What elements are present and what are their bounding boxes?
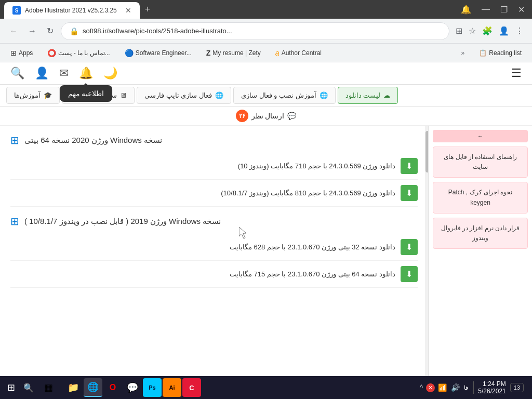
bookmark-resume[interactable]: Z My resume | Zety [202,47,265,59]
reading-list-button[interactable]: 📋 Reading list [475,47,526,59]
taskbar-search-button[interactable]: 🔍 [20,380,37,396]
tray-wifi-icon[interactable]: 📶 [437,382,448,393]
tab-install-label: آموزش نصب و فعال سازی [241,91,316,99]
bookmark-contact-label: تماس با ما - پست... [58,49,110,57]
tab-download-list-label: لیست دانلود [345,91,381,99]
download-item-win8: ⬇ دانلود ورژن 24.3.0.569 با حجم 810 مگاب… [10,180,418,207]
bookmark-author[interactable]: a Author Central [271,47,326,59]
start-button[interactable]: ⊞ [4,379,18,396]
taskbar-file-explorer[interactable]: 📁 [64,378,83,397]
extensions-button[interactable]: 🧩 [480,24,495,38]
tab-install-icon: 🌐 [320,91,328,99]
download-item-32bit: ⬇ دانلود نسخه 32 بیتی ورژن 23.1.0.670 با… [10,234,418,261]
taskbar-cisco[interactable]: C [182,378,201,397]
taskbar-whatsapp[interactable]: 💬 [123,378,142,397]
notification-count-badge[interactable]: 13 [510,383,524,392]
tab-install-guide[interactable]: 🌐 آموزش نصب و فعال سازی [233,87,335,104]
active-tab[interactable]: S Adobe Illustrator 2021 v25.2.3.25 ✕ [4,2,140,19]
address-bar: ← → ↻ 🔒 soft98.ir/software/pic-tools/251… [0,19,532,44]
comment-count-badge: ۲۶ [236,110,248,122]
sidebar-item-file-guide[interactable]: راهنمای استفاده از فایل های سایت [433,147,528,178]
tab-system-icon: 🖥 [120,91,127,99]
section-2019-text: نسخه Windows ورژن 2019 ( قابل نصب در وین… [24,217,221,226]
bell-icon[interactable]: 🔔 [79,66,93,79]
tab-download-list[interactable]: ☁ لیست دانلود [338,87,398,104]
tab-tutorials-label: آموزش‌ها [14,91,41,99]
sidebar-top-item[interactable]: ← [433,130,528,142]
sidebar-item-firewall-guide[interactable]: قرار دادن نرم افزار در فایروال ویندوز [433,218,528,249]
download-button-64bit[interactable]: ⬇ [401,266,418,282]
address-actions: ⊞ ☆ 🧩 👤 ⋮ [454,24,526,38]
taskbar-chrome[interactable]: 🌐 [84,378,102,397]
author-icon: a [275,49,280,57]
user-icon[interactable]: 👤 [35,66,49,80]
download-text-64bit: دانلود نسخه 64 بیتی ورژن 23.1.0.670 با ح… [10,270,395,278]
tray-sound-icon[interactable]: 🔊 [450,382,461,393]
bookmark-apps[interactable]: ⊞ Apps [6,47,37,59]
main-area: نسخه Windows ورژن 2020 نسخه 64 بیتی ⊞ [0,126,428,376]
scrollbar-thumb[interactable] [425,131,428,172]
back-button[interactable]: ← [6,23,21,39]
taskbar-photoshop[interactable]: Ps [143,378,162,397]
red-arrow-indicator [0,156,5,177]
close-button[interactable]: ✕ [515,3,528,17]
tooltip: اطلاعیه مهم [60,85,113,102]
send-comment-button[interactable]: 💬 ارسال نظر ۲۶ [236,110,297,122]
bookmark-software-label: Software Engineer... [136,49,192,57]
sidebar: ← راهنمای استفاده از فایل های سایت نحوه … [428,126,532,376]
reading-list-icon: 📋 [479,49,487,57]
clock-time: 1:24 PM [478,380,506,388]
address-input[interactable]: 🔒 soft98.ir/software/pic-tools/2518-adob… [61,22,449,40]
menu-button[interactable]: ⋮ [513,24,526,38]
bookmark-contact[interactable]: ⭕ تماس با ما - پست... [43,47,114,59]
moon-icon[interactable]: 🌙 [103,66,117,80]
taskbar: ⊞ 🔍 ▦ 📁 🌐 O 💬 Ps Ai C ^ ✕ 📶 🔊 فا 1:24 PM [0,376,532,399]
clock-date: 5/26/2021 [478,388,506,395]
mail-icon[interactable]: ✉ [59,66,69,80]
bookmark-software[interactable]: 🔵 Software Engineer... [121,47,196,59]
new-tab-button[interactable]: + [141,2,155,17]
apps-grid-icon: ⊞ [10,49,17,57]
browser-window: S Adobe Illustrator 2021 v25.2.3.25 ✕ + … [0,0,532,399]
taskbar-opera[interactable]: O [103,378,122,397]
download-button-32bit[interactable]: ⬇ [401,239,418,255]
maximize-button[interactable]: ❐ [497,3,511,17]
download-button-win8[interactable]: ⬇ [401,185,418,201]
forward-button[interactable]: → [25,23,39,39]
taskbar-task-view[interactable]: ▦ [39,378,58,397]
content-layout: ← راهنمای استفاده از فایل های سایت نحوه … [0,126,532,376]
tab-close-button[interactable]: ✕ [125,6,131,15]
tray-x-icon[interactable]: ✕ [426,383,435,392]
profile-button[interactable]: 👤 [497,24,511,38]
search-icon[interactable]: 🔍 [10,66,24,80]
contact-icon: ⭕ [47,49,56,57]
download-item-64bit: ⬇ دانلود نسخه 64 بیتی ورژن 23.1.0.670 با… [10,261,418,288]
tab-favicon: S [12,6,21,15]
tray-chevron-icon[interactable]: ^ [419,382,424,393]
notification-button[interactable]: 🔔 [458,3,474,17]
sidebar-item-crack-guide[interactable]: نحوه اجرای کرک , Patch keygen [433,182,528,213]
tab-persian-typing[interactable]: 🌐 فعال سازی تایپ فارسی [137,87,231,104]
refresh-button[interactable]: ↻ [44,23,57,39]
lock-icon: 🔒 [70,27,78,35]
minimize-button[interactable]: — [478,3,493,16]
tab-tutorials[interactable]: 🎓 آموزش‌ها [6,87,60,104]
hamburger-menu-icon[interactable]: ☰ [511,66,522,80]
download-item-win10: ⬇ دانلود ورژن 24.3.0.569 با حجم 718 مگاب… [10,153,418,180]
translate-button[interactable]: ⊞ [454,24,464,38]
comment-icon: 💬 [287,112,296,120]
bookmarks-more-button[interactable]: » [457,47,469,59]
tab-bar: S Adobe Illustrator 2021 v25.2.3.25 ✕ + [4,0,449,19]
section-2020-text: نسخه Windows ورژن 2020 نسخه 64 بیتی [24,136,162,145]
section-2019-title: نسخه Windows ورژن 2019 ( قابل نصب در وین… [10,215,418,228]
resume-icon: Z [206,49,211,57]
system-clock[interactable]: 1:24 PM 5/26/2021 [478,380,506,395]
bookmark-button[interactable]: ☆ [467,24,478,38]
tab-persian-icon: 🌐 [215,91,223,99]
download-button-win10[interactable]: ⬇ [401,158,418,174]
tray-lang-icon[interactable]: فا [463,383,469,392]
taskbar-illustrator[interactable]: Ai [163,378,181,397]
section-2020-title: نسخه Windows ورژن 2020 نسخه 64 بیتی ⊞ [10,134,418,147]
download-text-win10: دانلود ورژن 24.3.0.569 با حجم 718 مگابای… [10,162,395,170]
windows-logo-icon: ⊞ [10,134,19,147]
